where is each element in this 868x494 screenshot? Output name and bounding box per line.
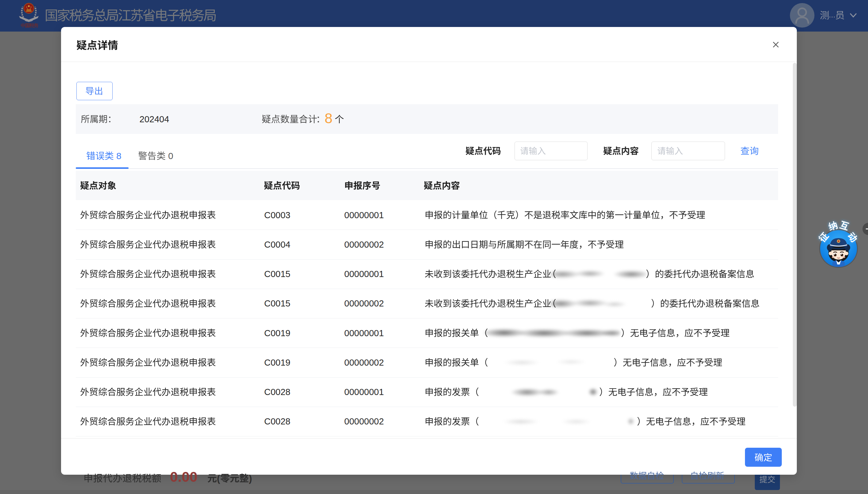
- svg-text:0: 0: [168, 151, 173, 161]
- svg-text:C0019: C0019: [264, 328, 290, 338]
- svg-text:202404: 202404: [140, 114, 169, 124]
- svg-text:00000001: 00000001: [344, 210, 384, 220]
- svg-text:C0028: C0028: [264, 416, 290, 426]
- svg-text:00000001: 00000001: [344, 269, 384, 279]
- svg-text:00000002: 00000002: [344, 358, 384, 367]
- svg-text:C0003: C0003: [264, 210, 290, 220]
- svg-text:C0028: C0028: [264, 387, 290, 397]
- svg-text:00000001: 00000001: [344, 328, 384, 338]
- svg-text:8: 8: [325, 110, 332, 126]
- svg-text:00000002: 00000002: [344, 299, 384, 308]
- svg-text:C0004: C0004: [264, 240, 290, 249]
- svg-text:C0015: C0015: [264, 299, 290, 308]
- svg-text:00000002: 00000002: [344, 240, 384, 249]
- svg-text:00000002: 00000002: [344, 416, 384, 426]
- svg-text:C0015: C0015: [264, 269, 290, 279]
- svg-text:C0019: C0019: [264, 358, 290, 367]
- svg-text:8: 8: [116, 151, 122, 161]
- svg-text:00000001: 00000001: [344, 387, 384, 397]
